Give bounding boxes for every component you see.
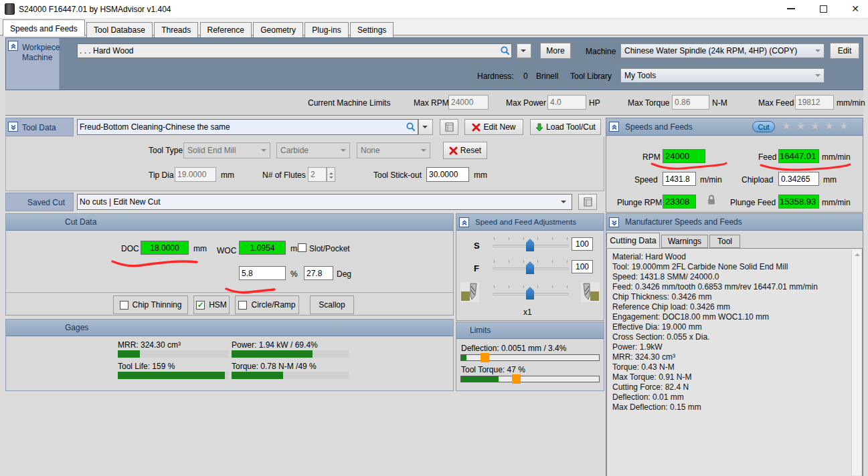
f-slider-thumb[interactable] — [526, 261, 534, 274]
star-icon[interactable]: ★ — [839, 120, 853, 132]
search-icon — [406, 122, 416, 132]
more-button[interactable]: More — [540, 43, 571, 59]
flutes-stepper[interactable] — [327, 167, 335, 182]
tool-torque-limit-marker[interactable] — [512, 374, 521, 384]
workpiece-collapse-button[interactable] — [8, 41, 18, 51]
plunge-feed-unit: mm/min — [822, 198, 851, 207]
feed-field[interactable] — [778, 149, 819, 163]
tip-dia-field[interactable] — [175, 167, 216, 182]
flutes-field[interactable] — [308, 167, 327, 182]
tool-material-select[interactable]: Carbide — [276, 142, 350, 158]
tool-library-select[interactable]: My Tools — [620, 68, 824, 83]
cutting-data-text: Material: Hard Wood Tool: 19.000mm 2FL C… — [612, 252, 857, 412]
circle-ramp-group[interactable]: Circle/Ramp — [235, 295, 299, 314]
tool-data-label: Tool Data — [22, 123, 56, 132]
tool-type-select[interactable]: Solid End Mill — [183, 142, 270, 158]
limits-header: Limits — [456, 322, 604, 339]
s-slider-thumb[interactable] — [526, 239, 534, 251]
tool-torque-limit-fill — [461, 376, 499, 382]
tool-type-label: Tool Type — [149, 146, 183, 155]
manufacturer-collapse-button[interactable] — [609, 217, 619, 227]
tab-settings[interactable]: Settings — [350, 22, 394, 37]
tool-list-button[interactable] — [440, 119, 458, 135]
angle-field[interactable] — [304, 266, 333, 280]
cut-badge[interactable]: Cut — [752, 121, 775, 132]
tab-cutting-data[interactable]: Cutting Data — [606, 233, 660, 248]
machine-edit-button[interactable]: Edit — [830, 43, 859, 59]
machine-select[interactable]: Chinese Water Spindle (24k RPM, 4HP) (CO… — [620, 43, 824, 58]
max-torque-field[interactable] — [672, 95, 709, 110]
chip-thinning-checkbox[interactable] — [120, 301, 128, 310]
circle-ramp-checkbox[interactable] — [238, 301, 247, 310]
deflection-limit-bar — [460, 354, 600, 361]
chevron-double-down-icon — [611, 219, 618, 226]
scroll-up-icon[interactable] — [852, 249, 862, 259]
woc-field[interactable] — [239, 241, 286, 255]
deflection-limit-marker[interactable] — [481, 353, 489, 362]
max-rpm-field[interactable] — [448, 95, 489, 110]
material-dropdown-button[interactable] — [517, 43, 531, 58]
lock-icon[interactable] — [707, 195, 716, 205]
tab-plug-ins[interactable]: Plug-ins — [305, 22, 348, 37]
adjustments-collapse-button[interactable] — [459, 217, 469, 227]
close-button[interactable]: ✕ — [844, 0, 867, 17]
chipload-field[interactable] — [778, 172, 819, 186]
reset-button[interactable]: Reset — [443, 142, 487, 159]
hsm-group[interactable]: ✓ HSM — [193, 295, 230, 314]
speed-field[interactable] — [663, 172, 696, 186]
load-tool-cut-button[interactable]: Load Tool/Cut — [530, 119, 601, 135]
tab-tool[interactable]: Tool — [709, 235, 740, 248]
stickout-label: Tool Stick-out — [373, 170, 422, 180]
material-search-input[interactable]: . . . Hard Wood — [77, 43, 512, 58]
hsm-checkbox[interactable]: ✓ — [196, 301, 205, 310]
woc-percent-field[interactable] — [239, 266, 286, 280]
tool-dropdown-button[interactable] — [418, 119, 433, 135]
edit-new-button[interactable]: Edit New — [464, 119, 523, 135]
doc-field[interactable] — [141, 241, 189, 255]
saved-cut-list-button[interactable] — [578, 194, 597, 210]
tab-speeds-and-feeds[interactable]: Speeds and Feeds — [3, 19, 85, 36]
adjustments-title: Speed and Feed Adjustments — [475, 218, 576, 226]
saved-cut-select[interactable]: No cuts | Edit New Cut — [77, 194, 572, 210]
plunge-rpm-field[interactable] — [663, 195, 696, 209]
tool-search-input[interactable]: Freud-Bottom Cleaning-Chinese the same — [77, 119, 418, 135]
max-feed-field[interactable] — [795, 95, 834, 110]
torque-gauge-bar — [232, 372, 349, 379]
gages-panel: Gages MRR: 324.30 cm³ Power: 1.94 kW / 6… — [5, 319, 454, 391]
tab-threads[interactable]: Threads — [154, 22, 198, 37]
minimize-button[interactable] — [780, 0, 802, 17]
max-power-field[interactable] — [547, 95, 586, 110]
tool-coating-select[interactable]: None — [357, 142, 430, 158]
max-torque-label: Max Torque — [628, 98, 669, 108]
tab-warnings[interactable]: Warnings — [661, 235, 708, 248]
tool-data-collapse-button[interactable] — [8, 122, 18, 132]
ratio-slider-thumb[interactable] — [526, 287, 534, 300]
s-slider-label: S — [474, 241, 480, 251]
rpm-field[interactable] — [663, 149, 705, 163]
manufacturer-header: Manufacturer Speeds and Feeds — [606, 214, 863, 231]
star-icon[interactable]: ★ — [796, 120, 810, 132]
chevron-double-up-icon — [461, 219, 468, 226]
star-icon[interactable]: ★ — [782, 120, 796, 132]
chip-thinning-group[interactable]: Chip Thinning — [113, 295, 188, 314]
cutting-data-textarea[interactable]: Material: Hard Wood Tool: 19.000mm 2FL C… — [606, 248, 863, 476]
slot-pocket-checkbox[interactable] — [298, 243, 307, 252]
speeds-feeds-collapse-button[interactable] — [609, 122, 619, 132]
plunge-feed-field[interactable] — [778, 195, 819, 209]
tool-data-label-block: Tool Data — [5, 118, 74, 136]
tab-reference[interactable]: Reference — [200, 22, 252, 37]
stickout-field[interactable] — [426, 167, 469, 182]
tab-geometry[interactable]: Geometry — [253, 22, 303, 37]
f-value-field[interactable] — [572, 260, 593, 273]
chipload-label: Chipload — [742, 175, 773, 185]
textarea-scrollbar[interactable] — [851, 249, 861, 475]
dropdown-caret-icon — [422, 126, 428, 131]
star-icon[interactable]: ★ — [810, 120, 824, 132]
maximize-button[interactable] — [812, 0, 835, 17]
scallop-button[interactable]: Scallop — [310, 295, 354, 314]
s-value-field[interactable] — [572, 237, 593, 251]
star-icon[interactable]: ★ — [824, 120, 839, 132]
woc-label: WOC — [217, 246, 236, 255]
tab-tool-database[interactable]: Tool Database — [86, 22, 153, 37]
cut-table-icon — [584, 197, 592, 207]
